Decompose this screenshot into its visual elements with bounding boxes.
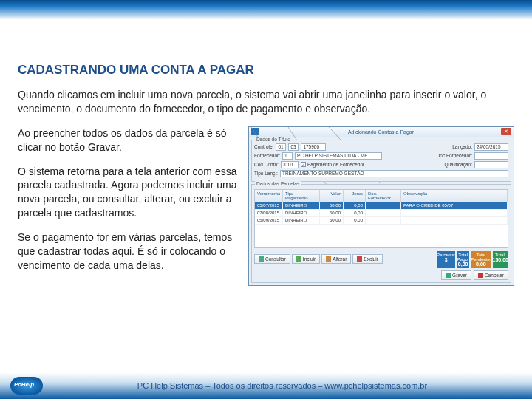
stat-parcelas: Parcelas:3: [437, 251, 455, 268]
cancel-icon: [478, 273, 483, 278]
pag-fornecedor-label: Pagamento de Fornecedor: [307, 162, 364, 167]
group-titulo: Dados do Título Controle: 01 03 175900 L…: [251, 140, 511, 182]
docforn-label: Doc.Fornecedor:: [437, 153, 472, 158]
fornecedor-name[interactable]: PC HELP SISTEMAS LTDA - ME: [295, 152, 382, 160]
close-icon[interactable]: ✕: [501, 128, 511, 135]
tipolanc-label: Tipo Lanç.:: [254, 171, 278, 176]
fornecedor-code[interactable]: 1: [282, 152, 293, 160]
incluir-button[interactable]: Incluir: [292, 254, 320, 264]
cell: 50,00: [320, 210, 344, 216]
cell: 0,00: [344, 202, 366, 209]
qualif-field[interactable]: [474, 161, 508, 168]
cell: 0,00: [344, 217, 366, 224]
cell: [366, 210, 401, 216]
btn-label: Cancelar: [485, 273, 504, 278]
cell: 0,00: [344, 210, 366, 216]
cell: 05/09/2015: [255, 217, 283, 224]
paragraph-3: Se o pagamento for em várias parcelas, t…: [18, 231, 239, 273]
plus-icon: [296, 256, 301, 262]
table-header: Vencimento Tipo Pagamento Valor Juros Do…: [255, 190, 508, 202]
tipolanc-field[interactable]: TREINAMENTO SUPREMO GESTÃO: [280, 170, 508, 177]
btn-label: Consultar: [265, 256, 286, 262]
cell: 50,00: [320, 202, 344, 209]
intro-paragraph: Quando clicamos em incluir uma nova parc…: [18, 88, 514, 116]
edit-icon: [326, 256, 331, 262]
btn-label: Excluir: [364, 256, 378, 262]
table-row[interactable]: 05/07/2015 DINHEIRO 50,00 0,00 PARA O CR…: [255, 202, 508, 210]
docforn-field[interactable]: [474, 152, 508, 160]
fornecedor-label: Fornecedor:: [254, 153, 280, 158]
page-title: CADASTRANDO UMA CONTA A PAGAR: [18, 63, 514, 78]
col-valor: Valor: [320, 190, 344, 202]
window-title: Adicionando Contas a Pagar: [261, 129, 501, 134]
stat-pago: Total Pago:0,00: [457, 251, 469, 268]
btn-label: Gravar: [452, 273, 467, 278]
cell: [401, 217, 508, 224]
paragraph-1: Ao preencher todos os dados da parcela é…: [18, 126, 239, 154]
pag-fornecedor-check[interactable]: ✓Pagamento de Fornecedor: [301, 162, 364, 167]
col-tipopag: Tipo Pagamento: [283, 190, 320, 202]
cell: [366, 202, 401, 209]
controle-label: Controle:: [254, 144, 273, 149]
cell: DINHEIRO: [283, 210, 320, 216]
paragraph-2: O sistema retorna para a tela anterior c…: [18, 165, 239, 221]
search-icon: [259, 256, 264, 262]
cell: 05/07/2015: [255, 202, 283, 209]
col-obs: Observação: [401, 190, 508, 202]
qualif-label: Qualificação:: [444, 162, 472, 167]
pchelp-logo: [10, 377, 43, 395]
lancado-label: Lançado:: [452, 144, 472, 149]
codconta-label: Cód.Conta:: [254, 162, 279, 167]
group-parcelas-label: Dados das Parcelas: [255, 181, 301, 186]
cell: [401, 210, 508, 216]
table-row[interactable]: 07/08/2015 DINHEIRO 50,00 0,00: [255, 210, 508, 217]
col-juros: Juros: [344, 190, 366, 202]
alterar-button[interactable]: Alterar: [321, 254, 351, 264]
codconta-field[interactable]: 3101: [281, 161, 299, 168]
parcelas-table: Vencimento Tipo Pagamento Valor Juros Do…: [254, 189, 508, 248]
controle-field-1[interactable]: 01: [276, 143, 286, 151]
dialog-window: Adicionando Contas a Pagar ✕ Dados do Tí…: [248, 126, 514, 286]
cell: PARA O CRED DE 05/07: [401, 202, 508, 209]
col-vencimento: Vencimento: [255, 190, 283, 202]
group-parcelas: Dados das Parcelas Vencimento Tipo Pagam…: [251, 184, 511, 283]
cell: [366, 217, 401, 224]
consultar-button[interactable]: Consultar: [254, 254, 290, 264]
stat-pendente: Total Pendente:0,00: [471, 251, 491, 268]
btn-label: Alterar: [332, 256, 347, 262]
controle-field-3[interactable]: 175900: [301, 143, 326, 151]
footer-text: PC Help Sistemas – Todos os direitos res…: [43, 381, 522, 390]
btn-label: Incluir: [303, 256, 316, 262]
col-docforn: Doc. Fornecedor: [366, 190, 401, 202]
footer: PC Help Sistemas – Todos os direitos res…: [0, 372, 532, 399]
table-row[interactable]: 05/09/2015 DINHEIRO 50,00 0,00: [255, 217, 508, 225]
stat-total: Total:150,00: [493, 251, 508, 268]
cell: 50,00: [320, 217, 344, 224]
gravar-button[interactable]: Gravar: [441, 270, 471, 280]
excluir-button[interactable]: Excluir: [352, 254, 383, 264]
delete-icon: [357, 256, 362, 262]
controle-field-2[interactable]: 03: [288, 143, 299, 151]
group-titulo-label: Dados do Título: [255, 137, 292, 142]
save-icon: [446, 273, 451, 278]
lancado-field[interactable]: 24/05/2015: [474, 143, 508, 151]
cell: DINHEIRO: [283, 217, 320, 224]
cell: DINHEIRO: [283, 202, 320, 209]
app-icon: [251, 128, 259, 135]
cell: 07/08/2015: [255, 210, 283, 216]
window-titlebar: Adicionando Contas a Pagar ✕: [249, 127, 514, 137]
cancelar-button[interactable]: Cancelar: [474, 270, 508, 280]
